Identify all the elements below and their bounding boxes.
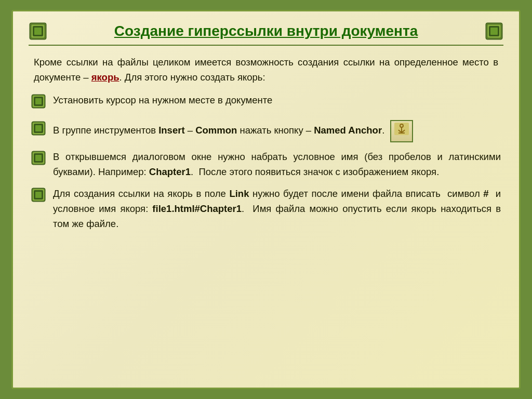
anchor-word: якорь <box>91 72 119 83</box>
chapter1-label: Chapter1 <box>149 166 191 177</box>
intro-text-after: . Для этого нужно создать якорь: <box>119 72 265 83</box>
header: Создание гиперссылки внутри документа <box>29 22 503 46</box>
bullet-icon-2 <box>31 121 46 140</box>
intro-paragraph: Кроме ссылки на файлы целиком имеется во… <box>29 55 503 85</box>
bullet-text-1: Установить курсор на нужном месте в доку… <box>53 93 501 108</box>
bullet-text-3: В открывшемся диалоговом окне нужно набр… <box>53 150 501 179</box>
slide: Создание гиперссылки внутри документа Кр… <box>11 10 521 389</box>
file-chapter-label: file1.html#Chapter1 <box>152 203 242 214</box>
svg-rect-15 <box>35 125 42 131</box>
svg-rect-11 <box>35 98 42 104</box>
svg-rect-3 <box>34 28 42 35</box>
bullet-item-4: Для создания ссылки на якорь в поле Link… <box>29 187 503 231</box>
bullet-item-1: Установить курсор на нужном месте в доку… <box>29 93 503 113</box>
bullet-icon-4 <box>31 188 46 206</box>
bullet-item-3: В открывшемся диалоговом окне нужно набр… <box>29 150 503 179</box>
hash-symbol: # <box>483 188 488 199</box>
svg-rect-27 <box>35 192 42 198</box>
corner-icon-left <box>29 22 47 41</box>
bullet-text-4: Для создания ссылки на якорь в поле Link… <box>53 187 501 231</box>
anchor-button-icon[interactable] <box>390 120 413 142</box>
insert-label: Insert <box>158 125 184 136</box>
common-label: Common <box>195 125 237 136</box>
content-area: Кроме ссылки на файлы целиком имеется во… <box>29 55 503 231</box>
bullet-icon-3 <box>31 151 46 169</box>
corner-icon-right <box>485 22 503 41</box>
link-label: Link <box>229 188 249 199</box>
svg-rect-7 <box>490 28 498 35</box>
bullet-item-2: В группе инструментов Insert – Common на… <box>29 120 503 142</box>
page-title: Создание гиперссылки внутри документа <box>47 23 485 39</box>
named-anchor-label: Named Anchor <box>314 125 382 136</box>
bullet-icon-1 <box>31 94 46 113</box>
bullet-text-2: В группе инструментов Insert – Common на… <box>53 120 501 142</box>
svg-rect-23 <box>35 155 42 161</box>
